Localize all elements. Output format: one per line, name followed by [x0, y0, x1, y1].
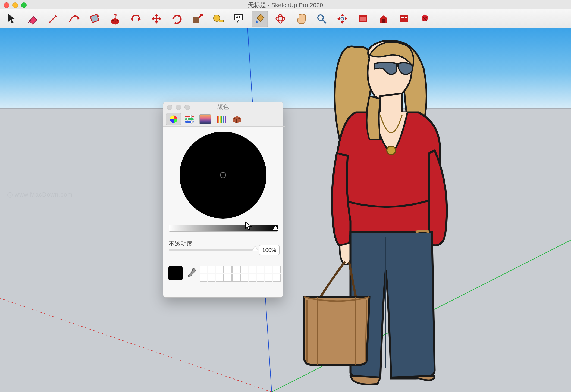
svg-line-19: [0, 289, 272, 392]
swatch-cell[interactable]: [216, 266, 224, 273]
eraser-tool[interactable]: [24, 11, 41, 27]
swatch-cell[interactable]: [200, 266, 207, 273]
color-picker-tabs: [163, 112, 286, 127]
scale-figure-person: [288, 28, 532, 392]
swatch-cell[interactable]: [273, 266, 281, 273]
add-location-tool[interactable]: [355, 11, 371, 27]
svg-point-7: [318, 15, 323, 20]
tape-measure-tool[interactable]: [210, 11, 227, 27]
model-viewport[interactable]: www.MacDown.com: [0, 28, 571, 392]
swatch-cell[interactable]: [224, 274, 232, 282]
swatch-cell[interactable]: [240, 274, 248, 282]
swatch-cell[interactable]: [208, 266, 215, 273]
materials-tab[interactable]: [229, 113, 244, 125]
swatch-cell[interactable]: [208, 274, 215, 282]
text-tool[interactable]: A1: [231, 11, 247, 27]
colors-panel[interactable]: 颜色: [163, 102, 283, 298]
select-tool[interactable]: [4, 11, 20, 27]
svg-rect-27: [191, 121, 193, 123]
arc-tool[interactable]: [66, 11, 82, 27]
svg-point-6: [278, 14, 283, 23]
svg-point-20: [387, 146, 396, 155]
pushpull-tool[interactable]: [107, 11, 123, 27]
svg-rect-11: [382, 19, 385, 23]
saved-swatches-grid: [200, 266, 281, 282]
svg-rect-30: [220, 116, 221, 123]
svg-rect-28: [217, 116, 218, 123]
svg-point-5: [276, 17, 285, 21]
eyedropper-tool[interactable]: [186, 267, 197, 278]
swatch-cell[interactable]: [265, 274, 272, 282]
line-tool[interactable]: [45, 11, 61, 27]
svg-rect-12: [400, 15, 408, 22]
pencils-tab[interactable]: [213, 113, 228, 125]
svg-rect-13: [401, 17, 404, 18]
window-title: 无标题 - SketchUp Pro 2020: [0, 1, 571, 9]
panel-title: 颜色: [163, 103, 283, 111]
image-palettes-tab[interactable]: [197, 113, 213, 125]
svg-rect-0: [193, 17, 199, 23]
rotate-tool[interactable]: [169, 11, 185, 27]
watermark-text: www.MacDown.com: [7, 191, 73, 198]
zoom-extents-tool[interactable]: [334, 11, 350, 27]
svg-rect-33: [225, 116, 226, 123]
svg-rect-25: [190, 115, 192, 118]
svg-rect-23: [185, 118, 194, 120]
extension-warehouse-tool[interactable]: [396, 11, 412, 27]
opacity-slider[interactable]: [169, 249, 256, 251]
zoom-tool[interactable]: [313, 11, 330, 27]
swatch-cell[interactable]: [216, 274, 224, 282]
color-wheel[interactable]: [180, 132, 266, 219]
swatch-cell[interactable]: [257, 274, 264, 282]
swatch-cell[interactable]: [224, 266, 232, 273]
swatch-cell[interactable]: [232, 274, 240, 282]
main-toolbar: A1: [0, 9, 571, 29]
3d-warehouse-tool[interactable]: [375, 11, 392, 27]
current-color-swatch[interactable]: [168, 266, 183, 280]
swatch-cell[interactable]: [249, 266, 256, 273]
move-tool[interactable]: [148, 11, 165, 27]
opacity-label: 不透明度: [169, 240, 193, 248]
swatch-cell[interactable]: [249, 274, 256, 282]
paint-bucket-tool[interactable]: [252, 11, 268, 27]
swatch-cell[interactable]: [232, 266, 240, 273]
scale-tool[interactable]: [190, 11, 206, 27]
ruby-console-tool[interactable]: [417, 11, 433, 27]
svg-rect-26: [187, 118, 188, 121]
rectangle-tool[interactable]: [86, 11, 103, 27]
svg-point-8: [341, 17, 344, 20]
brightness-slider-thumb[interactable]: [273, 226, 278, 230]
svg-rect-10: [360, 17, 366, 21]
svg-rect-29: [218, 116, 219, 123]
svg-rect-14: [405, 17, 407, 18]
orbit-tool[interactable]: [272, 11, 288, 27]
swatch-cell[interactable]: [200, 274, 207, 282]
color-wheel-tab[interactable]: [166, 113, 181, 125]
pan-tool[interactable]: [293, 11, 309, 27]
svg-rect-22: [185, 116, 194, 117]
svg-rect-31: [221, 116, 222, 123]
svg-text:A1: A1: [236, 15, 240, 19]
swatch-cell[interactable]: [265, 266, 272, 273]
brightness-slider[interactable]: [169, 225, 278, 232]
svg-rect-32: [223, 116, 224, 123]
swatch-cell[interactable]: [257, 266, 264, 273]
svg-rect-2: [219, 20, 223, 22]
opacity-value-field[interactable]: 100%: [259, 245, 280, 255]
panel-separator: [167, 261, 279, 261]
sliders-tab[interactable]: [182, 113, 197, 125]
opacity-slider-thumb[interactable]: [252, 246, 258, 251]
swatch-cell[interactable]: [240, 266, 248, 273]
swatch-cell[interactable]: [273, 274, 281, 282]
offset-tool[interactable]: [128, 11, 144, 27]
color-wheel-crosshair-icon: [219, 172, 227, 179]
